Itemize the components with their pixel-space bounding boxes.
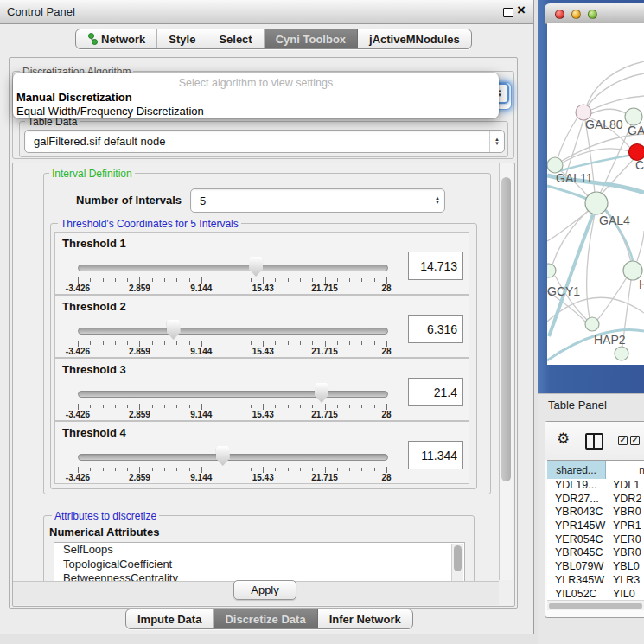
attribute-list-item[interactable]: TopologicalCoefficient	[54, 558, 464, 572]
column-header-name[interactable]: n	[606, 461, 644, 479]
number-of-intervals-combobox[interactable]: 5 ▲▼	[190, 188, 445, 213]
cell-name[interactable]: YBR0	[613, 506, 644, 520]
slider-handle[interactable]	[216, 446, 230, 466]
control-panel-window: Control Panel × Network Style Select Cyn…	[0, 0, 534, 634]
cell-shared-name[interactable]: YBL079W	[547, 560, 613, 574]
table-row[interactable]: YBR045CYBR0	[547, 546, 644, 560]
close-traffic-light-icon[interactable]	[555, 10, 564, 19]
cell-shared-name[interactable]: YBR045C	[547, 546, 613, 560]
slider-track[interactable]	[78, 328, 388, 335]
threshold-row: Threshold 1-3.4262.8599.14415.4321.71528…	[54, 232, 469, 295]
slider-tick	[337, 278, 338, 282]
attribute-list-item[interactable]: SelfLoops	[54, 543, 464, 558]
slider-tick	[288, 278, 289, 282]
threshold-value-box[interactable]: 14.713	[408, 252, 463, 280]
network-edge[interactable]	[564, 120, 583, 179]
cell-name[interactable]: YLR3	[613, 574, 644, 588]
table-row[interactable]: YIL052CYIL0	[547, 588, 644, 602]
table-row[interactable]: YER054CYER0	[547, 533, 644, 547]
minimize-traffic-light-icon[interactable]	[571, 10, 581, 19]
slider-track[interactable]	[78, 454, 388, 461]
algorithm-placeholder-option[interactable]: Select algorithm to view settings	[13, 77, 499, 89]
cell-shared-name[interactable]: YER054C	[547, 533, 613, 547]
slider-tick	[139, 467, 140, 473]
cell-name[interactable]: YPR1	[613, 520, 644, 533]
slider-tick	[201, 467, 202, 473]
gear-icon[interactable]: ⚙	[557, 431, 570, 446]
threshold-value-box[interactable]: 6.316	[408, 315, 463, 343]
slider-handle[interactable]	[315, 383, 328, 403]
algorithm-option-equal-width[interactable]: Equal Width/Frequency Discretization	[16, 105, 204, 118]
close-icon[interactable]: ×	[517, 2, 526, 19]
network-window-titlebar[interactable]	[545, 3, 644, 24]
scrollbar-thumb[interactable]	[549, 603, 642, 609]
threshold-value-box[interactable]: 11.344	[408, 441, 463, 469]
column-header-shared-name[interactable]: shared...	[547, 461, 606, 479]
cell-name[interactable]: YDR2	[613, 493, 644, 507]
cell-shared-name[interactable]: YLR345W	[547, 574, 613, 588]
slider-tick	[115, 278, 116, 282]
table-row[interactable]: YBL079WYBL0	[547, 560, 644, 574]
slider-track[interactable]	[78, 265, 388, 271]
slider-track[interactable]	[78, 391, 388, 398]
zoom-traffic-light-icon[interactable]	[588, 10, 597, 19]
cell-name[interactable]: YER0	[613, 533, 644, 547]
table-row[interactable]: YBR043CYBR0	[547, 506, 644, 520]
network-edge[interactable]	[591, 96, 644, 110]
slider-tick	[152, 278, 153, 282]
settings-vertical-scrollbar[interactable]	[499, 163, 513, 580]
slider-tick-label: 2.859	[129, 473, 150, 482]
tab-select[interactable]: Select	[207, 29, 264, 48]
scrollbar-thumb[interactable]	[501, 177, 511, 481]
slider-tick	[337, 468, 338, 471]
network-node-gal4[interactable]	[585, 192, 608, 214]
slider-tick-label: 28	[381, 284, 391, 293]
tab-cyni-toolbox[interactable]: Cyni Toolbox	[265, 29, 358, 48]
cell-name[interactable]: YBL0	[613, 560, 644, 574]
cell-shared-name[interactable]: YDL19...	[547, 479, 613, 493]
network-edge[interactable]	[637, 231, 644, 261]
network-node-ga[interactable]	[625, 108, 642, 125]
slider-handle[interactable]	[167, 320, 181, 340]
table-data-combobox[interactable]: galFiltered.sif default node ▲▼	[24, 130, 505, 153]
tab-discretize-data[interactable]: Discretize Data	[214, 609, 317, 628]
network-edge[interactable]	[558, 118, 577, 158]
tab-impute-data[interactable]: Impute Data	[126, 609, 214, 628]
cell-shared-name[interactable]: YIL052C	[547, 588, 613, 602]
cell-shared-name[interactable]: YDR27...	[547, 493, 613, 507]
control-panel-titlebar: Control Panel ×	[0, 0, 533, 24]
attributes-list-scrollbar[interactable]	[451, 544, 463, 585]
network-node-gcy1[interactable]	[547, 264, 556, 277]
split-view-icon[interactable]	[585, 433, 603, 450]
cell-shared-name[interactable]: YPR145W	[547, 520, 613, 533]
algorithm-option-manual[interactable]: Manual Discretization	[16, 91, 132, 104]
threshold-value-box[interactable]: 21.4	[408, 378, 463, 406]
table-row[interactable]: YLR345WYLR3	[547, 574, 644, 588]
tab-style[interactable]: Style	[157, 29, 207, 48]
table-row[interactable]: YDL19...YDL1	[547, 479, 644, 493]
slider-tick	[251, 341, 252, 345]
tab-jactivemnodules[interactable]: jActiveMNodules	[358, 29, 471, 48]
cell-name[interactable]: YBR0	[613, 546, 644, 560]
network-edge[interactable]	[590, 109, 626, 114]
slider-tick	[226, 278, 226, 282]
cell-name[interactable]: YDL1	[613, 479, 644, 493]
scrollbar-thumb[interactable]	[454, 545, 462, 571]
slider-tick	[201, 341, 202, 347]
table-row[interactable]: YPR145WYPR1	[547, 520, 644, 533]
checkbox-icon[interactable]: ✓	[630, 436, 640, 445]
table-row[interactable]: YDR27...YDR2	[547, 493, 644, 507]
slider-handle[interactable]	[249, 257, 263, 277]
checkbox-icon[interactable]: ✓	[618, 436, 628, 445]
network-node-hap2[interactable]	[585, 317, 599, 331]
apply-button[interactable]: Apply	[233, 580, 296, 600]
float-window-icon[interactable]	[503, 8, 513, 17]
cell-name[interactable]: YIL0	[613, 588, 644, 602]
tab-infer-network[interactable]: Infer Network	[318, 609, 412, 628]
table-horizontal-scrollbar[interactable]	[547, 600, 644, 610]
tab-network[interactable]: Network	[76, 29, 157, 48]
network-node[interactable]	[615, 347, 628, 360]
network-view-canvas[interactable]: GAL80GACGAL11GAL4GCY1HHAP2	[547, 23, 644, 365]
slider-tick	[103, 341, 104, 345]
cell-shared-name[interactable]: YBR043C	[547, 506, 613, 520]
